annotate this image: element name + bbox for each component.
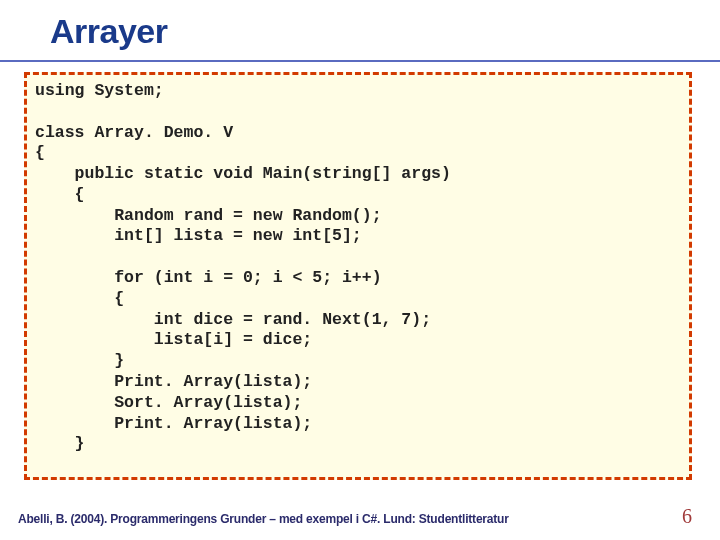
slide: Arrayer using System; class Array. Demo.…: [0, 0, 720, 540]
footer-citation: Abelli, B. (2004). Programmeringens Grun…: [18, 512, 509, 526]
slide-title: Arrayer: [50, 12, 167, 51]
code-block: using System; class Array. Demo. V { pub…: [24, 72, 692, 480]
page-number: 6: [682, 505, 692, 528]
title-underline: [0, 60, 720, 62]
